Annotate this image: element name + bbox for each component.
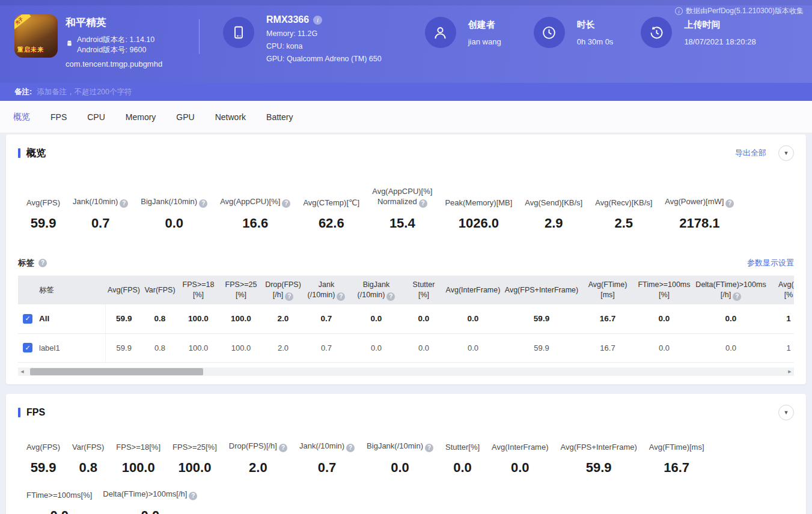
creator-label: 创建者 [468, 19, 501, 31]
help-icon[interactable]: ? [733, 292, 741, 301]
metric-value: 0.0 [26, 508, 92, 514]
metric-value: 1026.0 [445, 216, 512, 231]
help-icon[interactable]: ? [38, 259, 47, 267]
metric-label: Delta(FTime)>100ms[/h]? [103, 489, 197, 500]
duration-label: 时长 [577, 19, 614, 31]
metric-avg-interframe: Avg(InterFrame)0.0 [492, 442, 548, 476]
overview-card: 概览 导出全部 ▼ Avg(FPS)59.9Jank(/10min)?0.7Bi… [6, 135, 806, 384]
table-row-label1: ✓label159.90.8100.0100.02.00.70.00.00.05… [18, 333, 794, 362]
metric-label: BigJank(/10min)? [367, 441, 433, 452]
table-cell: 2.0 [263, 333, 304, 362]
fps-metrics-row2: FTime>=100ms[%]0.0Delta(FTime)>100ms[/h]… [18, 489, 794, 514]
remark-bar[interactable]: 备注: 添加备注，不超过200个字符 [0, 83, 812, 101]
upload-time-group: 上传时间 18/07/2021 18:20:28 [641, 14, 756, 48]
labels-title: 标签 [18, 258, 34, 268]
metric-label: Avg(FTime)[ms] [649, 442, 704, 452]
device-info-icon[interactable]: i [313, 16, 322, 25]
metric-stutter: Stutter[%]0.0 [445, 442, 480, 476]
table-cell: 59.9 [502, 304, 581, 333]
metric-label: Avg(FPS+InterFrame) [561, 442, 637, 452]
metric-jank-10min: Jank(/10min)?0.7 [73, 196, 128, 231]
app-version-name: Android版本名: 1.14.10 [77, 35, 154, 44]
metric-label: Jank(/10min)? [299, 441, 355, 452]
metric-label: FPS>=25[%] [172, 442, 217, 452]
remark-input[interactable]: 添加备注，不超过200个字符 [37, 87, 132, 97]
metric-value: 59.9 [26, 216, 60, 231]
metric-value: 59.9 [561, 460, 637, 476]
tab-cpu[interactable]: CPU [87, 112, 105, 122]
col-var-fps: Var(FPS) [142, 276, 177, 304]
help-icon[interactable]: ? [346, 444, 355, 452]
help-icon[interactable]: ? [425, 444, 433, 452]
export-all-link[interactable]: 导出全部 [735, 148, 766, 159]
table-cell: 100.0 [219, 304, 263, 333]
table-cell: 0.0 [403, 333, 444, 362]
table-cell: 100.0 [177, 304, 219, 333]
overview-section-title: 概览 [26, 147, 46, 160]
tab-overview[interactable]: 概览 [13, 112, 30, 122]
fps-collapse-button[interactable]: ▼ [778, 405, 794, 420]
help-icon[interactable]: ? [189, 492, 197, 500]
table-cell: 100.0 [219, 333, 263, 362]
metric-value: 0.8 [72, 460, 104, 476]
table-h-scrollbar[interactable]: ◀ ▶ [18, 367, 794, 376]
fps-metrics-row1: Avg(FPS)59.9Var(FPS)0.8FPS>=18[%]100.0FP… [18, 441, 794, 476]
row-label: All [39, 314, 49, 323]
table-row-all: ✓All59.90.8100.0100.02.00.70.00.00.059.9… [18, 304, 794, 333]
table-cell: 1 [768, 304, 794, 333]
tab-bar: 概览FPSCPUMemoryGPUNetworkBattery [0, 101, 812, 133]
divider [199, 19, 200, 54]
tab-memory[interactable]: Memory [126, 112, 156, 122]
table-cell: 0.0 [444, 304, 502, 333]
creator-value: jian wang [468, 37, 501, 46]
metric-label: Drop(FPS)[/h]? [229, 441, 287, 452]
help-icon[interactable]: ? [285, 292, 293, 301]
col-avg-fps: Avg(FPS) [105, 276, 142, 304]
metric-value: 100.0 [116, 460, 160, 476]
tab-fps[interactable]: FPS [50, 112, 67, 122]
help-icon[interactable]: ? [725, 199, 734, 208]
app-version-code: Android版本号: 9600 [77, 46, 146, 54]
col-avg-ftime: Avg(FTime)[ms] [581, 276, 634, 304]
tab-network[interactable]: Network [215, 112, 246, 122]
table-cell: 0.0 [694, 333, 768, 362]
tab-battery[interactable]: Battery [266, 112, 293, 122]
metric-avg-ctemp: Avg(CTemp)[℃]62.6 [303, 198, 359, 231]
table-cell: 2.0 [263, 304, 304, 333]
metric-bigjank-10min: BigJank(/10min)?0.0 [367, 441, 433, 476]
metric-avg-appcpu: Avg(AppCPU)[%]Normalized?15.4 [372, 186, 432, 231]
metric-value: 62.6 [303, 216, 359, 231]
help-icon[interactable]: ? [282, 199, 290, 208]
metric-fps-18: FPS>=18[%]100.0 [116, 442, 160, 476]
row-checkbox[interactable]: ✓ [23, 343, 32, 352]
col-label: 标签 [18, 276, 105, 304]
help-icon[interactable]: ? [386, 292, 395, 301]
scroll-left-arrow[interactable]: ◀ [18, 369, 26, 374]
creator-group: 创建者 jian wang [425, 14, 501, 48]
scroll-thumb[interactable] [30, 368, 203, 375]
tab-gpu[interactable]: GPU [176, 112, 194, 122]
overview-collapse-button[interactable]: ▼ [778, 145, 794, 161]
scroll-right-arrow[interactable]: ▶ [786, 369, 794, 374]
param-display-settings-link[interactable]: 参数显示设置 [747, 258, 794, 268]
metric-value: 0.7 [299, 460, 355, 476]
android-icon [66, 40, 73, 50]
help-icon[interactable]: ? [199, 199, 207, 208]
col-avg-a: Avg(A[% [768, 276, 794, 304]
row-checkbox[interactable]: ✓ [23, 314, 32, 324]
table-cell: 16.7 [581, 333, 634, 362]
metric-label: Avg(AppCPU)[%]Normalized? [372, 186, 432, 208]
metric-avg-fps: Avg(FPS)59.9 [26, 198, 60, 231]
metric-value: 2.0 [229, 460, 287, 476]
help-icon[interactable]: ? [279, 444, 287, 452]
upload-time-label: 上传时间 [684, 19, 756, 31]
clock-icon [534, 17, 565, 48]
table-cell: 0.7 [304, 304, 349, 333]
help-icon[interactable]: ? [337, 292, 345, 301]
help-icon[interactable]: ? [120, 199, 128, 208]
metric-label: Avg(Send)[KB/s] [525, 198, 582, 208]
metric-value: 0.0 [367, 460, 433, 476]
report-header: i 数据由PerfDog(5.1.210300)版本收集 光子 重启未来 和平精… [0, 0, 812, 83]
help-icon[interactable]: ? [419, 199, 427, 208]
metric-label: Avg(Power)[mW]? [665, 196, 734, 208]
